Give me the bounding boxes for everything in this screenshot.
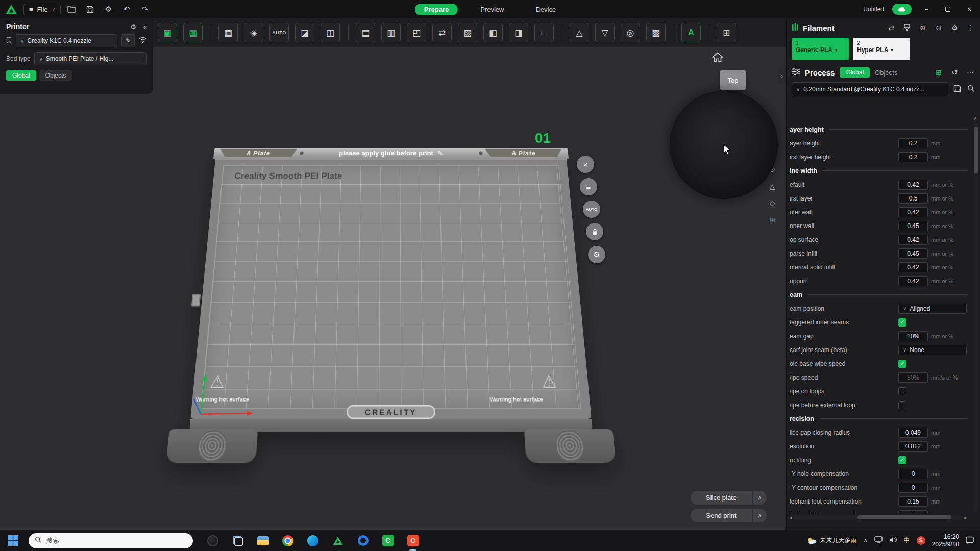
tab-objects[interactable]: Objects <box>39 70 72 81</box>
align-icon[interactable]: ∟ <box>534 23 554 42</box>
open-file-button[interactable] <box>64 3 79 16</box>
process-tab-objects[interactable]: Objects <box>875 69 897 77</box>
windows-start-button[interactable] <box>6 534 19 547</box>
copilot-icon[interactable] <box>206 534 219 547</box>
edit-printer-button[interactable]: ✎ <box>121 34 135 47</box>
add-filament-icon[interactable]: ⊕ <box>918 23 927 32</box>
cloud-upload-button[interactable] <box>892 4 912 15</box>
send-print-button[interactable]: Send print <box>691 509 752 522</box>
settings-gear-icon[interactable]: ⚙ <box>101 3 116 16</box>
param-input[interactable]: 0.5 <box>898 193 928 204</box>
sync-filament-icon[interactable]: ⇄ <box>887 23 896 32</box>
save-preset-icon[interactable] <box>953 85 961 94</box>
fill-plate-icon[interactable]: ▥ <box>381 23 401 42</box>
creality-print-app-icon[interactable]: C <box>406 534 420 547</box>
wifi-icon[interactable] <box>139 37 147 45</box>
search-params-icon[interactable] <box>967 85 975 94</box>
param-dropdown[interactable]: ∨None <box>898 345 967 355</box>
add-model-icon[interactable]: ▣ <box>158 23 177 42</box>
param-input[interactable]: 1 <box>898 510 928 514</box>
maximize-button[interactable] <box>941 3 954 16</box>
filament-settings-icon[interactable]: ⚙ <box>950 23 959 32</box>
plate-settings-button[interactable]: ⚙ <box>588 246 605 263</box>
tab-prepare[interactable]: Prepare <box>415 4 458 15</box>
file-explorer-icon[interactable] <box>256 534 270 547</box>
more-tools-icon[interactable]: ⊞ <box>717 23 736 42</box>
color-paint-icon[interactable]: ◨ <box>509 23 528 42</box>
ime-indicator[interactable]: 中 <box>904 536 910 545</box>
param-input[interactable]: 0 <box>898 483 928 493</box>
reset-params-icon[interactable]: ↺ <box>950 68 959 77</box>
arrange-icon[interactable]: ▦ <box>218 23 238 42</box>
volume-icon[interactable] <box>889 536 897 545</box>
show-all-settings-icon[interactable]: ⊞ <box>934 68 943 77</box>
process-preset-select[interactable]: ∨ 0.20mm Standard @Creality K1C 0.4 nozz… <box>792 82 948 96</box>
redo-button[interactable]: ↷ <box>137 3 153 16</box>
param-checkbox[interactable] <box>898 401 906 409</box>
param-input[interactable]: 0.45 <box>898 221 928 231</box>
param-input[interactable]: 0.012 <box>898 441 928 452</box>
scroll-right-icon[interactable]: ▸ <box>963 514 969 520</box>
param-input[interactable]: 0.42 <box>898 262 928 272</box>
collapse-panel-icon[interactable]: « <box>143 23 147 31</box>
param-input[interactable]: 80% <box>898 372 928 383</box>
pattern-icon[interactable]: ▩ <box>646 23 666 42</box>
network-icon[interactable] <box>874 536 883 545</box>
mirror-icon[interactable]: ⇄ <box>432 23 452 42</box>
notification-center-icon[interactable] <box>966 536 974 545</box>
chrome-icon[interactable] <box>281 534 295 547</box>
green-c-app-icon[interactable]: C <box>381 534 395 547</box>
extruder-icon[interactable] <box>902 23 912 32</box>
lock-plate-button[interactable] <box>586 223 603 240</box>
filament-slot[interactable]: 2Hyper PLA▾ <box>853 38 910 60</box>
more-params-icon[interactable]: ⋯ <box>966 68 975 77</box>
save-button[interactable] <box>82 3 97 16</box>
seam-paint-icon[interactable]: ◧ <box>483 23 503 42</box>
param-checkbox[interactable] <box>898 387 906 395</box>
vertical-scrollbar-thumb[interactable] <box>974 127 978 173</box>
param-input[interactable]: 0.2 <box>898 138 928 148</box>
slice-options-caret[interactable]: ∧ <box>753 491 767 505</box>
param-input[interactable]: 0.15 <box>898 496 928 507</box>
auto-orient-button[interactable]: AUTO <box>583 201 600 218</box>
close-plate-button[interactable]: × <box>577 156 594 173</box>
taskbar-search-input[interactable]: 搜索 <box>29 533 193 548</box>
task-view-icon[interactable] <box>231 534 244 547</box>
param-input[interactable]: 0.049 <box>898 428 928 438</box>
orient-icon[interactable]: ◈ <box>244 23 263 42</box>
param-input[interactable]: 0.42 <box>898 276 928 286</box>
hollow-icon[interactable]: ◎ <box>621 23 640 42</box>
cut-icon[interactable]: ▽ <box>595 23 615 42</box>
remove-filament-icon[interactable]: ⊖ <box>934 23 943 32</box>
tab-global[interactable]: Global <box>6 70 36 81</box>
text-tool-icon[interactable]: A <box>681 23 701 42</box>
param-input[interactable]: 0 <box>898 469 928 479</box>
plate-list-button[interactable]: ≡ <box>580 178 597 195</box>
split-model-icon[interactable]: ◫ <box>321 23 340 42</box>
edge-icon[interactable] <box>306 534 320 547</box>
filament-slot[interactable]: 1Generic PLA▾ <box>792 38 849 60</box>
measure-icon[interactable]: △ <box>570 23 589 42</box>
scroll-left-icon[interactable]: ◂ <box>788 514 794 520</box>
param-input[interactable]: 0.42 <box>898 207 928 217</box>
layout-grid-icon[interactable]: ▤ <box>356 23 375 42</box>
expand-panel-handle[interactable]: › <box>778 67 786 84</box>
support-paint-icon[interactable]: ▨ <box>458 23 477 42</box>
process-tab-global[interactable]: Global <box>840 67 870 78</box>
diamond-tool-icon[interactable]: ◇ <box>767 197 778 209</box>
view-cube-top-face[interactable]: Top <box>720 70 746 90</box>
tab-preview[interactable]: Preview <box>471 4 513 15</box>
horizontal-scrollbar-thumb[interactable] <box>857 515 951 519</box>
scale-fit-icon[interactable]: ◰ <box>407 23 426 42</box>
tray-expand-icon[interactable]: ∧ <box>864 537 868 544</box>
scroll-up-icon[interactable]: ∧ <box>972 115 978 121</box>
minimize-button[interactable]: − <box>920 3 933 16</box>
printer-select[interactable]: ∨ Creality K1C 0.4 nozzle <box>16 34 117 47</box>
file-menu[interactable]: ≡ File ∨ <box>23 4 61 15</box>
slice-plate-button[interactable]: Slice plate <box>691 491 752 505</box>
param-dropdown[interactable]: ∨Aligned <box>898 304 967 314</box>
param-checkbox[interactable]: ✓ <box>898 360 906 368</box>
blue-ring-app-icon[interactable] <box>356 534 370 547</box>
param-checkbox[interactable]: ✓ <box>898 318 906 327</box>
tab-device[interactable]: Device <box>526 4 565 15</box>
